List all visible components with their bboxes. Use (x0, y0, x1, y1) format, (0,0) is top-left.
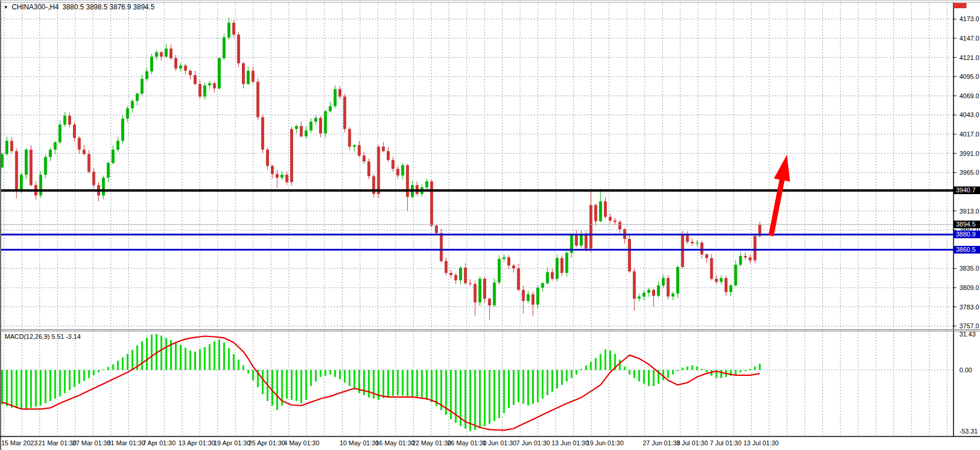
candlestick (314, 118, 317, 121)
macd-histogram-bar (45, 370, 46, 404)
price-badge: 3860.5 (954, 246, 980, 254)
macd-histogram-bar (88, 370, 90, 378)
candlestick (753, 236, 756, 260)
macd-histogram-bar (624, 366, 626, 370)
macd-histogram-bar (107, 367, 109, 370)
macd-histogram-bar (300, 370, 302, 404)
macd-histogram-bar (151, 335, 152, 370)
candlestick (633, 271, 636, 298)
macd-histogram-bar (619, 359, 621, 370)
candlestick (734, 265, 737, 285)
candlestick (546, 272, 549, 284)
candlestick (522, 290, 525, 301)
time-axis-label: 10 May 01:30 (340, 439, 379, 446)
macd-histogram-bar (59, 370, 61, 396)
macd-histogram-bar (117, 361, 119, 370)
candlestick (257, 82, 260, 117)
price-axis-label: 3991.0 (959, 150, 979, 157)
macd-histogram-bar (271, 370, 273, 405)
price-chart-canvas[interactable] (0, 1, 980, 450)
time-axis-label: 13 Jul 01:30 (743, 439, 779, 446)
candlestick (184, 65, 187, 71)
macd-histogram-bar (547, 370, 549, 395)
price-axis-label: 4147.0 (959, 35, 979, 42)
macd-histogram-bar (305, 370, 307, 400)
candlestick (729, 285, 732, 292)
macd-histogram-bar (585, 365, 587, 370)
candlestick (406, 165, 409, 197)
symbol-dropdown-icon[interactable]: ▼ (4, 5, 8, 10)
candlestick (493, 282, 496, 305)
macd-histogram-bar (421, 370, 423, 398)
time-axis-label: 16 May 01:30 (376, 439, 415, 446)
candlestick (295, 126, 298, 129)
macd-histogram-bar (330, 370, 331, 375)
candlestick (39, 175, 42, 195)
arrow-annotation-shaft[interactable] (771, 176, 783, 236)
macd-histogram-bar (21, 370, 22, 409)
macd-histogram-bar (11, 370, 12, 408)
macd-histogram-bar (692, 365, 693, 370)
price-axis-label: 3809.0 (959, 284, 979, 291)
candlestick (329, 106, 332, 111)
macd-histogram-bar (411, 370, 413, 396)
macd-histogram-bar (749, 369, 751, 370)
candlestick (739, 256, 742, 265)
candlestick (44, 157, 47, 175)
macd-histogram-bar (354, 370, 356, 389)
macd-histogram-bar (348, 370, 350, 386)
time-axis-label: 13 Apr 01:30 (178, 439, 215, 446)
macd-histogram-bar (503, 370, 505, 413)
macd-histogram-bar (291, 370, 293, 400)
trading-chart-window: ▼ CHINA300-,H4 3880.5 3898.5 3876.9 3894… (0, 0, 980, 450)
candlestick (15, 151, 18, 189)
candlestick (155, 52, 158, 57)
candlestick (681, 235, 684, 267)
candlestick (382, 146, 385, 151)
macd-histogram-bar (633, 370, 635, 378)
candlestick (672, 294, 675, 296)
candlestick (82, 149, 85, 154)
macd-histogram-bar (493, 370, 495, 421)
candlestick (319, 118, 322, 133)
candlestick (744, 256, 747, 258)
price-axis-label: 3913.0 (959, 208, 979, 215)
macd-histogram-bar (537, 370, 539, 402)
macd-histogram-bar (209, 344, 211, 370)
candlestick (556, 258, 559, 279)
candlestick (667, 278, 670, 296)
candlestick (444, 261, 447, 273)
price-axis-label: 4095.0 (959, 73, 979, 80)
macd-histogram-bar (464, 370, 466, 429)
time-axis-label: 19 Apr 01:30 (214, 439, 250, 446)
macd-histogram-bar (295, 370, 297, 401)
arrow-annotation-head[interactable] (774, 155, 790, 182)
candlestick (208, 84, 211, 86)
price-badge: 3894.5 (954, 221, 980, 228)
macd-histogram-bar (334, 370, 336, 377)
candlestick (387, 151, 390, 160)
candlestick (145, 71, 148, 79)
macd-histogram-bar (194, 352, 196, 370)
macd-histogram-bar (648, 370, 650, 386)
price-axis-label: 3757.0 (959, 322, 979, 329)
macd-histogram-bar (653, 370, 655, 386)
macd-histogram-bar (112, 364, 114, 370)
candlestick (691, 242, 694, 244)
candlestick (440, 233, 443, 261)
candlestick (218, 58, 221, 88)
macd-histogram-bar (368, 370, 370, 398)
candlestick (725, 278, 727, 292)
macd-histogram-bar (561, 370, 563, 385)
macd-histogram-bar (54, 370, 56, 399)
candlestick (401, 165, 404, 176)
macd-signal-line (2, 336, 760, 431)
candlestick (483, 279, 486, 299)
macd-histogram-bar (566, 370, 567, 382)
macd-histogram-bar (238, 359, 240, 370)
candlestick (290, 129, 293, 182)
macd-histogram-bar (600, 354, 602, 370)
macd-histogram-bar (324, 370, 326, 376)
candlestick (78, 138, 81, 149)
macd-histogram-bar (102, 369, 104, 370)
